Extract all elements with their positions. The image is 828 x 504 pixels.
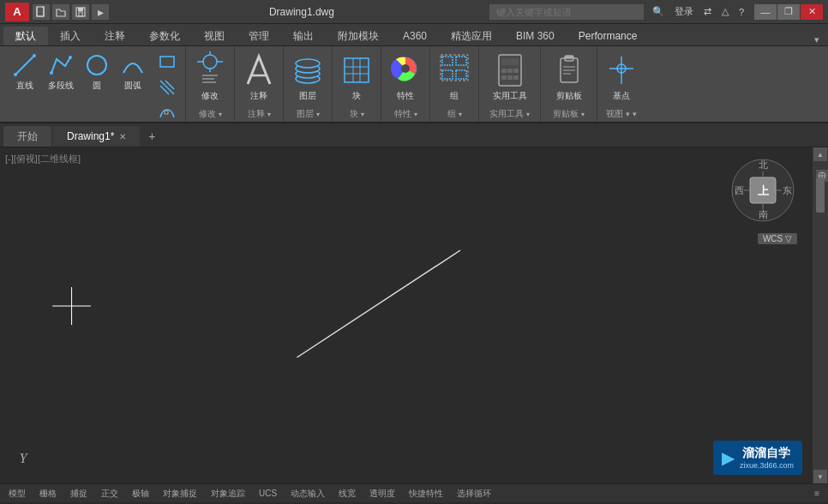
tab-manage[interactable]: 管理 (237, 27, 281, 45)
tab-default[interactable]: 默认 (3, 27, 48, 45)
save-file-button[interactable] (72, 4, 89, 20)
more-button[interactable]: ▸ (92, 4, 109, 20)
open-file-button[interactable] (52, 4, 69, 20)
tab-drawing1[interactable]: Drawing1* ✕ (53, 126, 140, 147)
layers-tool[interactable]: 图层 (289, 50, 327, 104)
close-button[interactable]: ✕ (801, 4, 823, 20)
close-drawing1-button[interactable]: ✕ (119, 132, 126, 141)
qp-button[interactable]: 快捷特性 (405, 488, 447, 500)
tab-featured[interactable]: 精选应用 (439, 27, 504, 45)
ribbon-panel: 直线 多段线 圆 (0, 46, 828, 123)
canvas-svg: Y (0, 147, 828, 483)
polar-button[interactable]: 极轴 (129, 488, 153, 500)
utilities-group-arrow[interactable]: ▾ (526, 111, 530, 118)
tab-addon[interactable]: 附加模块 (326, 27, 391, 45)
scroll-track[interactable] (815, 161, 825, 470)
new-file-button[interactable] (33, 4, 50, 20)
viewcube-svg: 北 南 东 西 上 (729, 156, 797, 225)
login-button[interactable]: 登录 (671, 5, 697, 18)
ribbon-group-block: 块 块 ▾ (333, 46, 381, 122)
canvas-area[interactable]: [-][俯视][二维线框] Y 北 南 东 西 上 (0, 147, 828, 483)
annotation-tools: 注释 (240, 50, 278, 106)
annotation-label: 注释 (250, 90, 267, 102)
customize-button[interactable]: ≡ (811, 489, 823, 498)
sc-button[interactable]: 选择循环 (453, 488, 495, 500)
search-icon[interactable]: 🔍 (649, 6, 668, 17)
snap-button[interactable]: 捕捉 (67, 488, 91, 500)
annotation-tool[interactable]: 注释 (240, 50, 278, 104)
ortho-button[interactable]: 正交 (98, 488, 122, 500)
properties-group-arrow[interactable]: ▾ (414, 111, 417, 118)
svg-rect-47 (513, 75, 519, 80)
arc-tool[interactable]: 圆弧 (117, 50, 149, 93)
line-tool[interactable]: 直线 (9, 50, 41, 93)
dyn-button[interactable]: 动态输入 (287, 488, 328, 500)
transparency-button[interactable]: 透明度 (366, 488, 399, 500)
viewcube[interactable]: 北 南 东 西 上 (729, 156, 797, 225)
svg-rect-44 (513, 69, 519, 73)
restore-button[interactable]: ❐ (777, 4, 800, 20)
annotation-icon (243, 51, 274, 89)
draw-more-tool2[interactable] (154, 75, 180, 99)
tab-parametric[interactable]: 参数化 (137, 27, 192, 45)
tab-bim360[interactable]: BIM 360 (504, 27, 567, 45)
otrack-button[interactable]: 对象追踪 (207, 488, 249, 500)
tab-view[interactable]: 视图 (192, 27, 237, 45)
annotation-group-arrow[interactable]: ▾ (267, 111, 271, 118)
svg-rect-41 (501, 58, 519, 65)
wcs-label[interactable]: WCS ▽ (758, 233, 797, 244)
basepoint-tool[interactable]: 基点 (603, 50, 640, 104)
draw-more-tool3[interactable] (154, 101, 180, 125)
annotation-group-label: 注释 ▾ (240, 108, 278, 120)
add-drawing-button[interactable]: + (141, 126, 162, 147)
tab-output[interactable]: 输出 (281, 27, 326, 45)
search-input[interactable] (489, 4, 644, 20)
osnap-button[interactable]: 对象捕捉 (159, 488, 201, 500)
grid-button[interactable]: 栅格 (36, 488, 60, 500)
circle-tool[interactable]: 圆 (81, 50, 113, 93)
group-tool[interactable]: 组 (435, 50, 473, 104)
scrollbar-right[interactable]: ▲ ▼ (813, 147, 828, 483)
clipboard-tool[interactable]: 剪贴板 (550, 50, 588, 104)
group-group-label: 组 ▾ (435, 108, 473, 120)
tab-start[interactable]: 开始 (3, 126, 51, 147)
svg-point-8 (69, 56, 72, 59)
lineweight-button[interactable]: 线宽 (335, 488, 359, 500)
model-space-button[interactable]: 模型 (5, 488, 29, 500)
scroll-up-arrow[interactable]: ▲ (813, 147, 827, 161)
draw-more-tool1[interactable] (154, 50, 180, 74)
scroll-down-arrow[interactable]: ▼ (813, 470, 827, 483)
draw-tool-spline (157, 103, 177, 123)
group-group-arrow[interactable]: ▾ (459, 111, 462, 118)
ribbon-group-modify: 修改 修改 ▾ (186, 46, 235, 122)
modify-tool[interactable]: 修改 (191, 50, 229, 104)
properties-tool[interactable]: 特性 (387, 50, 424, 104)
clipboard-group-label: 剪贴板 ▾ (546, 108, 591, 120)
autocad-logo[interactable]: A (5, 3, 29, 21)
layers-label: 图层 (299, 90, 316, 102)
block-group-arrow[interactable]: ▾ (361, 111, 364, 118)
scroll-thumb[interactable] (816, 178, 825, 213)
modify-group-arrow[interactable]: ▾ (219, 111, 222, 118)
utilities-tools: 实用工具 (484, 50, 535, 106)
utilities-tool[interactable]: 实用工具 (489, 50, 531, 104)
block-icon (341, 51, 372, 89)
minimize-button[interactable]: — (754, 4, 777, 20)
triangle-icon[interactable]: △ (718, 6, 732, 17)
help-icon[interactable]: ? (735, 7, 747, 17)
layers-group-arrow[interactable]: ▾ (316, 111, 320, 118)
clipboard-group-arrow[interactable]: ▾ (581, 111, 585, 118)
tab-annotate[interactable]: 注释 (93, 27, 137, 45)
ribbon-tabs: 默认 插入 注释 参数化 视图 管理 输出 附加模块 A360 精选应用 BIM… (0, 24, 828, 46)
svg-point-27 (296, 59, 320, 68)
exchange-icon[interactable]: ⇄ (700, 6, 715, 17)
tab-performance[interactable]: Performance (567, 27, 650, 45)
tab-insert[interactable]: 插入 (48, 27, 93, 45)
tab-a360[interactable]: A360 (391, 27, 439, 45)
ribbon-collapse-arrow[interactable]: ▾ (809, 34, 825, 45)
ribbon-group-utilities: 实用工具 实用工具 ▾ (479, 46, 541, 122)
block-tool[interactable]: 块 (338, 50, 375, 104)
polyline-label: 多段线 (48, 80, 74, 92)
polyline-tool[interactable]: 多段线 (45, 50, 77, 93)
ucs-button[interactable]: UCS (255, 489, 280, 498)
